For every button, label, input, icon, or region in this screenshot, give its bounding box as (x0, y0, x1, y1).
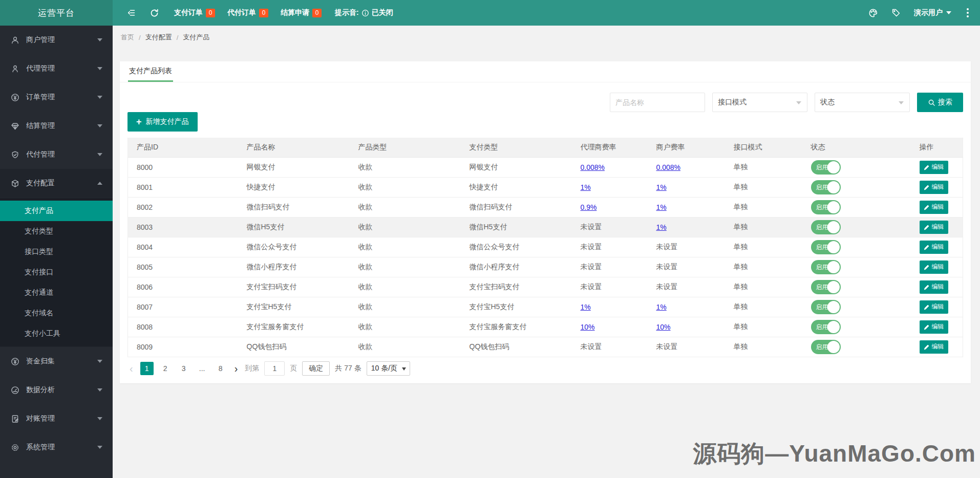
edit-button[interactable]: 编辑 (920, 181, 948, 194)
sidebar-item-label: 代理管理 (26, 64, 97, 73)
sidebar-item-结算管理[interactable]: 结算管理 (0, 112, 113, 140)
status-toggle[interactable]: 启用 (811, 340, 841, 354)
cell-product-name: 支付宝服务窗支付 (238, 317, 350, 337)
cell-actions: 编辑 (911, 257, 963, 277)
edit-button[interactable]: 编辑 (920, 241, 948, 254)
status-toggle[interactable]: 启用 (811, 160, 841, 175)
rate-link[interactable]: 1% (656, 223, 667, 231)
rate-link[interactable]: 0.008% (581, 163, 605, 171)
breadcrumb-payment-config[interactable]: 支付配置 (145, 33, 172, 42)
page-number[interactable]: 2 (159, 362, 172, 375)
rate-link[interactable]: 1% (656, 303, 667, 311)
toggle-knob (827, 261, 840, 273)
cell-actions: 编辑 (911, 317, 963, 337)
confirm-button[interactable]: 确定 (302, 361, 330, 376)
sidebar-item-商户管理[interactable]: 商户管理 (0, 26, 113, 54)
status-toggle[interactable]: 启用 (811, 240, 841, 254)
rate-link[interactable]: 0.9% (581, 203, 597, 211)
status-toggle[interactable]: 启用 (811, 200, 841, 214)
sidebar-item-代理管理[interactable]: 代理管理 (0, 54, 113, 83)
page-number[interactable]: 8 (214, 362, 227, 375)
rate-link[interactable]: 1% (581, 303, 591, 311)
header-tab[interactable]: 结算申请0 (281, 8, 322, 17)
more-options-icon[interactable] (965, 8, 971, 17)
submenu-item-支付域名[interactable]: 支付域名 (0, 303, 113, 323)
rate-link[interactable]: 1% (656, 203, 667, 211)
status-toggle[interactable]: 启用 (811, 320, 841, 334)
edit-button[interactable]: 编辑 (920, 320, 948, 334)
status-toggle[interactable]: 启用 (811, 180, 841, 194)
cell-status: 启用 (802, 337, 911, 357)
plus-icon: + (136, 117, 142, 126)
prev-page-icon[interactable]: ‹ (127, 362, 135, 375)
badge-count: 0 (312, 9, 322, 17)
header-tab[interactable]: 支付订单0 (174, 8, 215, 17)
sidebar-item-资金归集[interactable]: 资金归集 (0, 347, 113, 376)
user-menu[interactable]: 演示用户 (914, 8, 951, 17)
add-payment-product-button[interactable]: + 新增支付产品 (127, 112, 198, 132)
status-toggle[interactable]: 启用 (811, 260, 841, 274)
per-page-select[interactable]: 10 条/页 (367, 361, 410, 376)
sidebar-item-支付配置[interactable]: 支付配置 (0, 169, 113, 198)
table-row: 8002微信扫码支付收款微信扫码支付0.9%1%单独启用编辑 (128, 197, 963, 217)
rate-link[interactable]: 10% (656, 323, 671, 331)
cell-product-name: QQ钱包扫码 (238, 337, 350, 357)
rate-link[interactable]: 0.008% (656, 163, 680, 171)
status-toggle[interactable]: 启用 (811, 300, 841, 314)
edit-button[interactable]: 编辑 (920, 221, 948, 234)
edit-button[interactable]: 编辑 (920, 280, 948, 294)
edit-button[interactable]: 编辑 (920, 300, 948, 314)
edit-button[interactable]: 编辑 (920, 201, 948, 214)
submenu-item-支付通道[interactable]: 支付通道 (0, 283, 113, 303)
edit-button-label: 编辑 (932, 183, 944, 191)
next-page-icon[interactable]: › (232, 362, 240, 375)
cell-product-id: 8006 (128, 277, 238, 297)
refresh-icon[interactable] (150, 9, 159, 17)
submenu-item-支付类型[interactable]: 支付类型 (0, 221, 113, 242)
tag-icon[interactable] (891, 8, 901, 17)
edit-button[interactable]: 编辑 (920, 340, 948, 354)
tab-payment-product-list[interactable]: 支付产品列表 (128, 61, 173, 82)
cell-status: 启用 (802, 317, 911, 337)
header-tabs: 支付订单0代付订单0结算申请0 (174, 8, 322, 17)
payconfig-icon (11, 179, 19, 188)
submenu-item-支付小工具[interactable]: 支付小工具 (0, 323, 113, 344)
cell-product-id: 8002 (128, 197, 238, 217)
jump-page-input[interactable] (264, 361, 285, 376)
status-toggle[interactable]: 启用 (811, 280, 841, 294)
rate-link[interactable]: 1% (581, 183, 591, 191)
page-number[interactable]: 1 (140, 362, 154, 375)
sound-indicator[interactable]: 提示音: 已关闭 (335, 8, 393, 17)
rate-link[interactable]: 1% (656, 183, 667, 191)
theme-palette-icon[interactable] (868, 8, 878, 18)
cell-agent-rate: 未设置 (572, 337, 648, 357)
submenu-item-支付产品[interactable]: 支付产品 (0, 201, 113, 221)
header-tab[interactable]: 代付订单0 (227, 8, 268, 17)
search-button[interactable]: 搜索 (917, 93, 963, 112)
status-toggle[interactable]: 启用 (811, 220, 841, 234)
jump-suffix: 页 (290, 364, 297, 373)
sidebar-item-对账管理[interactable]: 对账管理 (0, 404, 113, 433)
edit-button[interactable]: 编辑 (920, 161, 948, 174)
interface-mode-select[interactable]: 接口模式 (712, 93, 807, 112)
cell-interface-mode: 单独 (725, 197, 802, 217)
cell-product-id: 8004 (128, 237, 238, 257)
sidebar-item-订单管理[interactable]: 订单管理 (0, 83, 113, 112)
product-name-input[interactable] (610, 93, 705, 112)
cell-pay-type: 微信公众号支付 (461, 237, 572, 257)
status-select[interactable]: 状态 (815, 93, 910, 112)
sidebar-collapse-icon[interactable] (127, 9, 136, 17)
rate-link[interactable]: 10% (581, 323, 595, 331)
submenu-item-支付接口[interactable]: 支付接口 (0, 262, 113, 283)
chevron-down-icon (97, 124, 102, 127)
breadcrumb-home[interactable]: 首页 (121, 33, 134, 42)
edit-button[interactable]: 编辑 (920, 260, 948, 274)
cell-product-id: 8008 (128, 317, 238, 337)
agent-icon (11, 64, 19, 73)
cell-merchant-rate: 未设置 (648, 277, 725, 297)
submenu-item-接口类型[interactable]: 接口类型 (0, 242, 113, 262)
sidebar-item-代付管理[interactable]: 代付管理 (0, 140, 113, 169)
page-number[interactable]: 3 (177, 362, 190, 375)
sidebar-item-数据分析[interactable]: 数据分析 (0, 376, 113, 404)
sidebar-item-系统管理[interactable]: 系统管理 (0, 433, 113, 462)
